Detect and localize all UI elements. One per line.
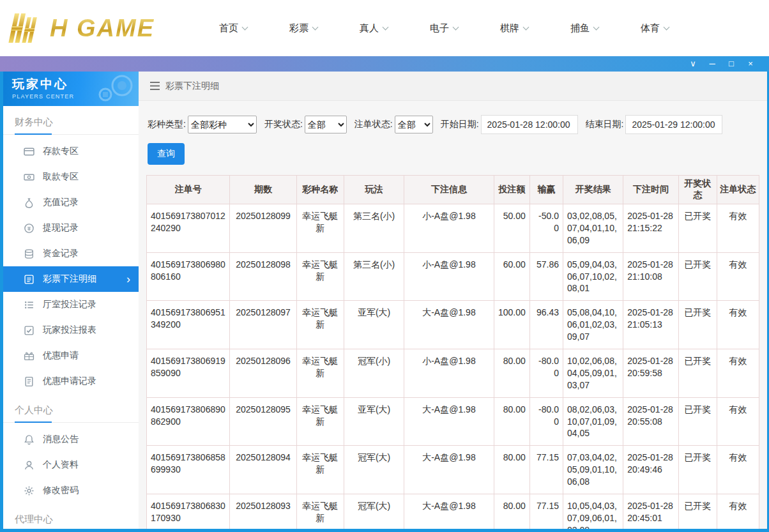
- sidebar-item-label: 厅室投注记录: [43, 299, 96, 310]
- sidebar-item-hall-bet-records[interactable]: 厅室投注记录: [3, 292, 139, 317]
- minimize-button[interactable]: ─: [703, 56, 722, 72]
- table-cell: 20250128094: [230, 446, 296, 494]
- chevron-down-icon: [453, 24, 459, 30]
- table-cell: 幸运飞艇新: [296, 204, 344, 253]
- ticket-icon: [24, 351, 34, 361]
- table-cell: 07,03,04,02,05,09,01,10,06,08: [563, 446, 623, 494]
- main-content: 彩票下注明细 彩种类型: 全部彩种 开奖状态: 全部 注单状态: 全部 开始日期…: [139, 72, 767, 529]
- nav-item-live[interactable]: 真人: [339, 15, 409, 41]
- coin-icon: [24, 223, 34, 234]
- table-cell: 2025-01-28 20:49:46: [623, 446, 678, 494]
- nav-item-fishing[interactable]: 捕鱼: [549, 15, 620, 41]
- collapse-button[interactable]: ∨: [683, 56, 703, 72]
- bet-status-select[interactable]: 全部: [395, 116, 433, 133]
- sidebar-item-recharge-records[interactable]: 充值记录: [3, 190, 139, 215]
- menu-icon[interactable]: [150, 82, 160, 90]
- table-cell: 第三名(小): [344, 204, 404, 253]
- chevron-down-icon: [664, 24, 670, 30]
- table-row: 40156917380691985909020250128096幸运飞艇新冠军(…: [147, 349, 759, 398]
- maximize-button[interactable]: □: [722, 56, 741, 72]
- table-cell: 大-A盘@1.98: [404, 301, 494, 349]
- table-cell: 幸运飞艇新: [296, 252, 344, 301]
- sidebar-item-label: 充值记录: [43, 197, 79, 208]
- table-cell: 80.00: [494, 494, 529, 529]
- table-cell: 第三名(小): [344, 252, 404, 301]
- sidebar-item-label: 存款专区: [43, 146, 79, 157]
- chevron-down-icon: [593, 24, 600, 30]
- sidebar-item-player-bet-report[interactable]: 玩家投注报表: [3, 317, 139, 343]
- table-cell: 05,08,04,10,06,01,02,03,09,07: [563, 301, 623, 349]
- sidebar-item-lottery-bet-details[interactable]: 彩票下注明细›: [3, 266, 139, 292]
- page-title: 彩票下注明细: [165, 80, 219, 92]
- sidebar-item-deposit-zone[interactable]: 存款专区: [3, 139, 139, 164]
- sidebar-item-label: 提现记录: [43, 222, 79, 234]
- nav-item-home[interactable]: 首页: [198, 15, 268, 41]
- table-cell: 57.86: [529, 252, 563, 301]
- table-cell: 2025-01-28 21:05:13: [623, 301, 678, 349]
- table-header-cell: 下注时间: [623, 176, 678, 204]
- query-button[interactable]: 查询: [148, 143, 185, 165]
- lottery-type-label: 彩种类型:: [148, 119, 186, 130]
- table-cell: 80.00: [494, 446, 529, 494]
- filter-bar: 彩种类型: 全部彩种 开奖状态: 全部 注单状态: 全部 开始日期: 结束日期:: [148, 115, 767, 134]
- table-cell: 已开奖: [678, 252, 717, 301]
- table-cell: 08,02,06,03,10,07,01,09,04,05: [563, 397, 623, 446]
- table-cell: 20250128099: [230, 204, 296, 253]
- table-cell: 10,02,06,08,04,05,09,01,03,07: [563, 349, 623, 398]
- start-date-input[interactable]: [481, 115, 578, 134]
- table-cell: 冠军(小): [344, 349, 404, 398]
- chevron-right-icon: ›: [126, 273, 130, 285]
- table-cell: 401569173806830170930: [147, 494, 230, 529]
- nav-item-label: 棋牌: [500, 22, 519, 34]
- table-cell: 幸运飞艇新: [296, 494, 344, 529]
- sidebar-item-messages[interactable]: 消息公告: [3, 427, 139, 452]
- top-nav: 首页彩票真人电子棋牌捕鱼体育: [198, 15, 690, 41]
- sidebar-item-withdraw-zone[interactable]: 取款专区: [3, 164, 139, 190]
- close-button[interactable]: ×: [741, 56, 760, 72]
- table-cell: 有效: [717, 252, 759, 301]
- table-cell: 100.00: [494, 301, 529, 349]
- nav-item-sports[interactable]: 体育: [620, 15, 690, 41]
- table-cell: -80.00: [529, 397, 563, 446]
- table-cell: 有效: [717, 397, 759, 446]
- sidebar-item-profile[interactable]: 个人资料: [3, 452, 139, 478]
- sidebar-item-withdrawal-records[interactable]: 提现记录: [3, 215, 139, 241]
- report-icon: [24, 325, 34, 336]
- table-cell: 401569173807012240290: [147, 204, 230, 253]
- section-title-personal-center: 个人中心: [3, 394, 139, 423]
- nav-item-label: 真人: [360, 22, 379, 34]
- sidebar-item-promo-apply-records[interactable]: 优惠申请记录: [3, 369, 139, 394]
- sidebar-item-promo-apply[interactable]: 优惠申请: [3, 343, 139, 369]
- table-cell: 已开奖: [678, 349, 717, 398]
- sidebar-item-label: 优惠申请: [43, 350, 79, 361]
- end-date-input[interactable]: [625, 115, 722, 134]
- nav-item-slots[interactable]: 电子: [409, 15, 479, 41]
- table-header-cell: 开奖结果: [563, 176, 623, 204]
- logo: H GAME: [0, 11, 187, 45]
- sidebar-item-funds-records[interactable]: 资金记录: [3, 241, 139, 266]
- table-cell: 有效: [717, 349, 759, 398]
- chevron-down-icon: [383, 24, 389, 30]
- table-cell: 80.00: [494, 349, 529, 398]
- draw-status-select[interactable]: 全部: [305, 116, 347, 133]
- funds-icon: [24, 248, 34, 259]
- lottery-type-select[interactable]: 全部彩种: [188, 116, 257, 133]
- app-body: 玩家中心 PLAYERS CENTER 财务中心存款专区取款专区充值记录提现记录…: [0, 72, 769, 532]
- table-cell: 已开奖: [678, 204, 717, 253]
- sidebar-item-label: 资金记录: [43, 248, 79, 259]
- table-row: 40156917380698080616020250128098幸运飞艇新第三名…: [147, 252, 759, 301]
- table-cell: 亚军(大): [344, 301, 404, 349]
- table-cell: 亚军(大): [344, 397, 404, 446]
- sidebar: 玩家中心 PLAYERS CENTER 财务中心存款专区取款专区充值记录提现记录…: [3, 72, 139, 529]
- nav-item-label: 捕鱼: [570, 22, 590, 34]
- table-cell: 20250128098: [230, 252, 296, 301]
- table-cell: 401569173806858699930: [147, 446, 230, 494]
- table-cell: 20250128095: [230, 397, 296, 446]
- sidebar-item-change-password[interactable]: 修改密码: [3, 478, 139, 503]
- site-header: H GAME 首页彩票真人电子棋牌捕鱼体育: [0, 0, 769, 56]
- nav-item-lottery[interactable]: 彩票: [268, 15, 339, 41]
- nav-item-chess[interactable]: 棋牌: [479, 15, 549, 41]
- nav-item-label: 首页: [219, 22, 238, 34]
- table-cell: 96.43: [529, 301, 563, 349]
- nav-item-label: 彩票: [289, 22, 308, 34]
